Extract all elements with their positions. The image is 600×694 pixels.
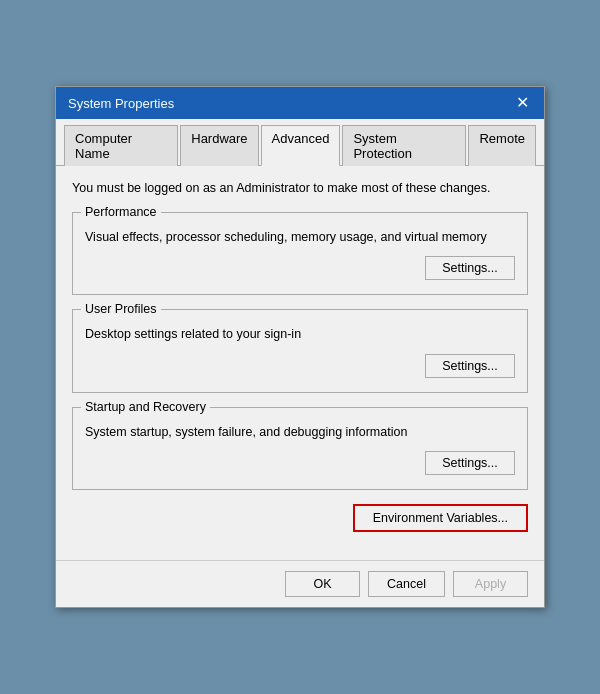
startup-recovery-section: Startup and Recovery System startup, sys…: [72, 407, 528, 491]
system-properties-window: System Properties ✕ Computer Name Hardwa…: [55, 86, 545, 608]
tab-remote[interactable]: Remote: [468, 125, 536, 166]
tab-advanced[interactable]: Advanced: [261, 125, 341, 166]
performance-section-body: Visual effects, processor scheduling, me…: [85, 229, 515, 281]
tab-bar: Computer Name Hardware Advanced System P…: [56, 119, 544, 166]
window-title: System Properties: [68, 96, 174, 111]
cancel-button[interactable]: Cancel: [368, 571, 445, 597]
performance-settings-button[interactable]: Settings...: [425, 256, 515, 280]
startup-recovery-section-title: Startup and Recovery: [81, 400, 210, 414]
bottom-bar: OK Cancel Apply: [56, 560, 544, 607]
user-profiles-section-title: User Profiles: [81, 302, 161, 316]
main-content: You must be logged on as an Administrato…: [56, 166, 544, 560]
startup-recovery-section-body: System startup, system failure, and debu…: [85, 424, 515, 476]
ok-button[interactable]: OK: [285, 571, 360, 597]
user-profiles-settings-button[interactable]: Settings...: [425, 354, 515, 378]
apply-button[interactable]: Apply: [453, 571, 528, 597]
user-profiles-section-body: Desktop settings related to your sign-in…: [85, 326, 515, 378]
env-var-container: Environment Variables...: [72, 504, 528, 532]
tab-system-protection[interactable]: System Protection: [342, 125, 466, 166]
environment-variables-button[interactable]: Environment Variables...: [353, 504, 528, 532]
performance-description: Visual effects, processor scheduling, me…: [85, 229, 515, 247]
startup-recovery-settings-button[interactable]: Settings...: [425, 451, 515, 475]
info-text: You must be logged on as an Administrato…: [72, 180, 528, 198]
close-button[interactable]: ✕: [512, 93, 532, 113]
user-profiles-section: User Profiles Desktop settings related t…: [72, 309, 528, 393]
title-bar: System Properties ✕: [56, 87, 544, 119]
tab-computer-name[interactable]: Computer Name: [64, 125, 178, 166]
performance-section-title: Performance: [81, 205, 161, 219]
performance-section: Performance Visual effects, processor sc…: [72, 212, 528, 296]
user-profiles-description: Desktop settings related to your sign-in: [85, 326, 515, 344]
startup-recovery-description: System startup, system failure, and debu…: [85, 424, 515, 442]
tab-hardware[interactable]: Hardware: [180, 125, 258, 166]
